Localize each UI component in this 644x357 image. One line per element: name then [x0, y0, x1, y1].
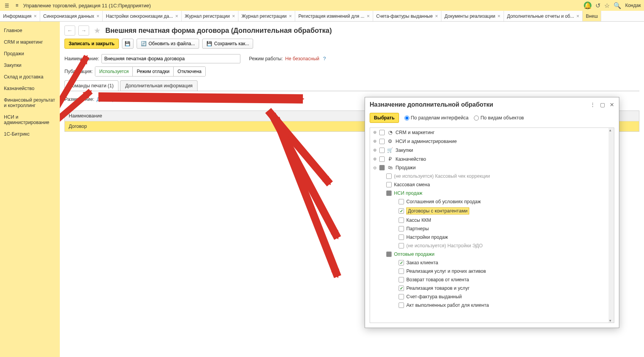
sidebar-item-finance[interactable]: Финансовый результат и контроллинг — [0, 94, 60, 111]
close-icon[interactable]: × — [96, 13, 100, 19]
select-button[interactable]: Выбрать — [370, 113, 399, 123]
tree-item[interactable]: ✓Реализация товаров и услуг — [370, 284, 614, 292]
checkbox[interactable] — [386, 182, 392, 187]
tab-item[interactable]: Журнал регистрации× — [182, 11, 238, 21]
checkbox[interactable] — [399, 235, 404, 240]
menu-icon[interactable]: ☰ — [3, 2, 11, 9]
expand-icon[interactable]: ⊕ — [372, 148, 377, 153]
tab-item[interactable]: Информация× — [0, 11, 40, 21]
checkbox[interactable] — [386, 173, 392, 179]
close-icon[interactable]: × — [289, 13, 292, 19]
star-icon[interactable]: ☆ — [604, 2, 610, 9]
name-input[interactable] — [101, 54, 240, 63]
checkbox[interactable] — [399, 243, 404, 248]
tab-item[interactable]: Документы реализации× — [441, 11, 504, 21]
close-icon[interactable]: × — [576, 13, 580, 19]
tab-item[interactable]: Регистрация изменений для ...× — [295, 11, 373, 21]
checkbox[interactable] — [386, 252, 392, 257]
seg-used-button[interactable]: Используется — [95, 66, 133, 76]
more-icon[interactable]: ⋮ — [590, 102, 595, 108]
checkbox[interactable] — [399, 218, 404, 223]
search-icon[interactable]: 🔍 — [614, 2, 621, 9]
back-button[interactable]: ← — [64, 26, 75, 36]
close-icon[interactable]: × — [34, 13, 37, 19]
tree-item[interactable]: ⊕◔CRM и маркетинг — [370, 128, 614, 137]
sidebar-item-sales[interactable]: Продажи — [0, 48, 60, 60]
checkbox[interactable] — [399, 294, 404, 299]
tree-item[interactable]: ✓Договоры с контрагентами — [370, 206, 614, 216]
sidebar-item-bitrix[interactable]: 1С-Битрикс — [0, 128, 60, 140]
tab-item[interactable]: Счета-фактуры выданные× — [373, 11, 441, 21]
help-icon[interactable]: ? — [323, 56, 326, 61]
tree-item[interactable]: Акт выполненных работ для клиента — [370, 301, 614, 309]
checkbox[interactable] — [399, 303, 404, 308]
save-as-button[interactable]: 💾Сохранить как... — [202, 39, 253, 49]
radio-input[interactable] — [404, 116, 409, 121]
checkbox[interactable] — [379, 139, 385, 144]
tree-item[interactable]: ⊖🛍Продажи — [370, 163, 614, 172]
sidebar-item-crm[interactable]: CRM и маркетинг — [0, 36, 60, 48]
tree-item[interactable]: Счет-фактура выданный — [370, 292, 614, 301]
tree-item[interactable]: ⊕₽Казначейство — [370, 155, 614, 163]
checkbox[interactable] — [399, 269, 404, 274]
expand-icon[interactable]: ⊕ — [372, 139, 377, 144]
close-icon[interactable]: × — [175, 13, 178, 19]
tab-item[interactable]: Журнал регистрации× — [238, 11, 295, 21]
sidebar-item-main[interactable]: Главное — [0, 25, 60, 36]
sidebar-item-nsi[interactable]: НСИ и администрирование — [0, 111, 60, 128]
tree-item[interactable]: ✓Заказ клиента — [370, 258, 614, 267]
close-icon[interactable]: ✕ — [610, 102, 614, 108]
tree-item[interactable]: Настройки продаж — [370, 233, 614, 241]
tree-item[interactable]: Реализация услуг и прочих активов — [370, 267, 614, 275]
favorite-star-icon[interactable]: ★ — [94, 26, 101, 35]
close-icon[interactable]: × — [367, 13, 370, 19]
tree-item[interactable]: Партнеры — [370, 224, 614, 233]
sections-tree[interactable]: ⊕◔CRM и маркетинг⊕⚙НСИ и администрирован… — [370, 128, 614, 323]
scrollbar[interactable] — [609, 128, 614, 323]
save-close-button[interactable]: Записать и закрыть — [64, 39, 119, 49]
expand-icon[interactable]: ⊕ — [372, 130, 377, 135]
tab-addinfo[interactable]: Дополнительная информация — [120, 80, 198, 91]
expand-icon[interactable]: ⊖ — [372, 165, 377, 170]
checkbox[interactable] — [379, 148, 385, 153]
tab-item[interactable]: Синхронизация данных× — [40, 11, 103, 21]
forward-button[interactable]: → — [78, 26, 89, 36]
tree-item[interactable]: Оптовые продажи — [370, 250, 614, 258]
radio-input[interactable] — [474, 116, 479, 121]
checkbox[interactable] — [379, 156, 385, 162]
history-icon[interactable]: ↺ — [595, 2, 600, 9]
checkbox[interactable] — [399, 226, 404, 231]
seg-disabled-button[interactable]: Отключена — [173, 66, 206, 76]
user-label[interactable]: Кондак — [625, 3, 641, 8]
close-icon[interactable]: × — [497, 13, 500, 19]
seg-debug-button[interactable]: Режим отладки — [132, 66, 174, 76]
save-icon-button[interactable]: 💾 — [122, 39, 134, 49]
tab-item[interactable]: Настройки синхронизации да...× — [103, 11, 181, 21]
tree-item[interactable]: Соглашения об условиях продаж — [370, 197, 614, 206]
checkbox[interactable] — [399, 199, 404, 204]
bell-icon[interactable]: 🔔 — [584, 2, 592, 9]
checkbox[interactable] — [386, 190, 392, 196]
checkbox[interactable]: ✓ — [399, 286, 404, 291]
sidebar-item-treasury[interactable]: Казначейство — [0, 83, 60, 94]
tree-item[interactable]: ⊕⚙НСИ и администрирование — [370, 137, 614, 146]
tree-item[interactable]: Кассовая смена — [370, 180, 614, 189]
tree-item[interactable]: Кассы ККМ — [370, 216, 614, 224]
radio-by-objects[interactable]: По видам объектов — [474, 115, 524, 121]
placement-link[interactable]: Договоры с контрагентами, Реализация тов… — [96, 97, 256, 102]
sidebar-item-warehouse[interactable]: Склад и доставка — [0, 71, 60, 83]
expand-icon[interactable]: ⊕ — [372, 156, 377, 162]
checkbox[interactable] — [379, 165, 385, 170]
maximize-icon[interactable]: ▢ — [600, 102, 605, 108]
close-icon[interactable]: × — [232, 13, 235, 19]
tree-item[interactable]: НСИ продаж — [370, 189, 614, 197]
tree-item[interactable]: Возврат товаров от клиента — [370, 275, 614, 284]
tab-item[interactable]: Внеш — [583, 11, 601, 21]
checkbox[interactable] — [399, 277, 404, 282]
checkbox[interactable] — [379, 130, 385, 135]
sidebar-item-purchases[interactable]: Закупки — [0, 60, 60, 71]
tree-item[interactable]: ⊕🛒Закупки — [370, 146, 614, 155]
tree-item[interactable]: (не используется) Настройки ЭДО — [370, 241, 614, 250]
close-icon[interactable]: × — [435, 13, 438, 19]
checkbox[interactable]: ✓ — [399, 260, 404, 265]
